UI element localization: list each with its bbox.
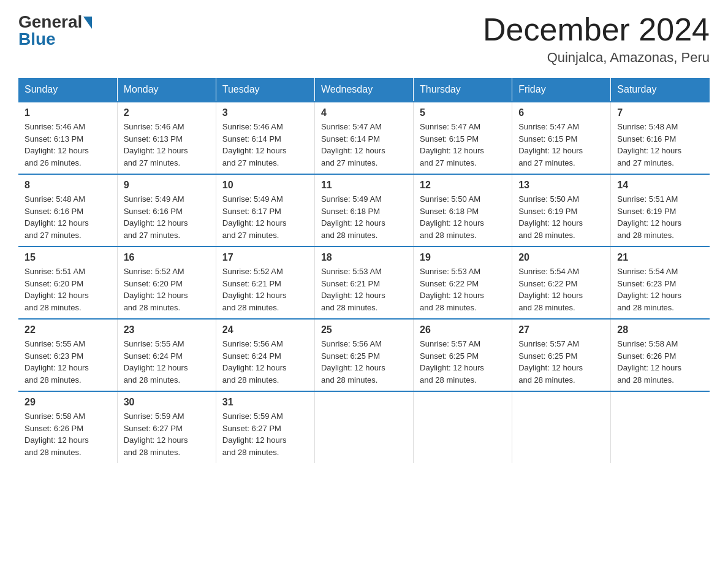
day-cell: 11 Sunrise: 5:49 AM Sunset: 6:18 PM Dayl… [314,174,413,247]
day-info: Sunrise: 5:52 AM Sunset: 6:21 PM Dayligh… [222,266,308,313]
day-info: Sunrise: 5:47 AM Sunset: 6:15 PM Dayligh… [420,121,506,169]
day-info: Sunrise: 5:50 AM Sunset: 6:19 PM Dayligh… [518,193,604,241]
day-info: Sunrise: 5:53 AM Sunset: 6:21 PM Dayligh… [321,266,407,313]
day-cell: 14 Sunrise: 5:51 AM Sunset: 6:19 PM Dayl… [611,174,710,247]
day-number: 9 [124,180,210,191]
header-thursday: Thursday [414,78,512,102]
day-info: Sunrise: 5:49 AM Sunset: 6:16 PM Dayligh… [124,193,210,241]
day-info: Sunrise: 5:49 AM Sunset: 6:17 PM Dayligh… [222,193,308,241]
day-cell: 4 Sunrise: 5:47 AM Sunset: 6:14 PM Dayli… [314,102,413,174]
day-info: Sunrise: 5:50 AM Sunset: 6:18 PM Dayligh… [420,193,506,241]
day-number: 10 [222,180,308,191]
logo: General Blue [18,12,92,49]
day-cell: 7 Sunrise: 5:48 AM Sunset: 6:16 PM Dayli… [611,102,710,174]
day-cell: 20 Sunrise: 5:54 AM Sunset: 6:22 PM Dayl… [512,247,611,319]
page-header: General Blue December 2024 Quinjalca, Am… [18,12,710,66]
day-number: 12 [420,180,506,191]
day-cell: 29 Sunrise: 5:58 AM Sunset: 6:26 PM Dayl… [18,391,117,463]
header-wednesday: Wednesday [314,78,413,102]
day-number: 27 [518,324,604,335]
day-number: 19 [420,252,506,263]
day-number: 18 [321,252,407,263]
week-row-5: 29 Sunrise: 5:58 AM Sunset: 6:26 PM Dayl… [18,391,710,463]
day-cell: 30 Sunrise: 5:59 AM Sunset: 6:27 PM Dayl… [117,391,216,463]
day-info: Sunrise: 5:48 AM Sunset: 6:16 PM Dayligh… [617,121,703,169]
day-number: 7 [617,107,703,118]
day-number: 25 [321,324,407,335]
day-number: 23 [124,324,210,335]
day-number: 17 [222,252,308,263]
day-info: Sunrise: 5:47 AM Sunset: 6:15 PM Dayligh… [518,121,604,169]
day-cell [611,391,710,463]
week-row-4: 22 Sunrise: 5:55 AM Sunset: 6:23 PM Dayl… [18,319,710,391]
day-cell: 24 Sunrise: 5:56 AM Sunset: 6:24 PM Dayl… [216,319,314,391]
day-info: Sunrise: 5:59 AM Sunset: 6:27 PM Dayligh… [124,410,210,458]
header-friday: Friday [512,78,611,102]
day-number: 22 [25,324,111,335]
day-cell: 1 Sunrise: 5:46 AM Sunset: 6:13 PM Dayli… [18,102,117,174]
header-sunday: Sunday [18,78,117,102]
day-cell: 3 Sunrise: 5:46 AM Sunset: 6:14 PM Dayli… [216,102,314,174]
day-number: 4 [321,107,407,118]
day-cell: 15 Sunrise: 5:51 AM Sunset: 6:20 PM Dayl… [18,247,117,319]
day-info: Sunrise: 5:52 AM Sunset: 6:20 PM Dayligh… [124,266,210,313]
day-cell: 12 Sunrise: 5:50 AM Sunset: 6:18 PM Dayl… [414,174,512,247]
day-cell: 31 Sunrise: 5:59 AM Sunset: 6:27 PM Dayl… [216,391,314,463]
header-monday: Monday [117,78,216,102]
day-number: 5 [420,107,506,118]
day-info: Sunrise: 5:46 AM Sunset: 6:13 PM Dayligh… [124,121,210,169]
day-cell: 10 Sunrise: 5:49 AM Sunset: 6:17 PM Dayl… [216,174,314,247]
day-cell: 5 Sunrise: 5:47 AM Sunset: 6:15 PM Dayli… [414,102,512,174]
day-cell: 16 Sunrise: 5:52 AM Sunset: 6:20 PM Dayl… [117,247,216,319]
day-cell: 18 Sunrise: 5:53 AM Sunset: 6:21 PM Dayl… [314,247,413,319]
day-info: Sunrise: 5:58 AM Sunset: 6:26 PM Dayligh… [617,338,703,386]
day-cell: 27 Sunrise: 5:57 AM Sunset: 6:25 PM Dayl… [512,319,611,391]
day-info: Sunrise: 5:57 AM Sunset: 6:25 PM Dayligh… [420,338,506,386]
day-info: Sunrise: 5:54 AM Sunset: 6:22 PM Dayligh… [518,266,604,313]
title-section: December 2024 Quinjalca, Amazonas, Peru [483,12,710,66]
week-row-2: 8 Sunrise: 5:48 AM Sunset: 6:16 PM Dayli… [18,174,710,247]
day-number: 16 [124,252,210,263]
day-info: Sunrise: 5:51 AM Sunset: 6:20 PM Dayligh… [25,266,111,313]
logo-blue: Blue [18,29,56,48]
day-number: 28 [617,324,703,335]
day-info: Sunrise: 5:56 AM Sunset: 6:25 PM Dayligh… [321,338,407,386]
day-number: 26 [420,324,506,335]
day-info: Sunrise: 5:46 AM Sunset: 6:13 PM Dayligh… [25,121,111,169]
day-cell: 9 Sunrise: 5:49 AM Sunset: 6:16 PM Dayli… [117,174,216,247]
day-number: 29 [25,397,111,408]
day-info: Sunrise: 5:53 AM Sunset: 6:22 PM Dayligh… [420,266,506,313]
day-cell: 17 Sunrise: 5:52 AM Sunset: 6:21 PM Dayl… [216,247,314,319]
day-number: 20 [518,252,604,263]
day-info: Sunrise: 5:46 AM Sunset: 6:14 PM Dayligh… [222,121,308,169]
day-number: 3 [222,107,308,118]
day-number: 24 [222,324,308,335]
day-number: 30 [124,397,210,408]
month-title: December 2024 [483,12,710,47]
day-info: Sunrise: 5:54 AM Sunset: 6:23 PM Dayligh… [617,266,703,313]
day-cell: 21 Sunrise: 5:54 AM Sunset: 6:23 PM Dayl… [611,247,710,319]
day-info: Sunrise: 5:51 AM Sunset: 6:19 PM Dayligh… [617,193,703,241]
day-number: 13 [518,180,604,191]
day-cell: 19 Sunrise: 5:53 AM Sunset: 6:22 PM Dayl… [414,247,512,319]
logo-arrow-icon [83,17,92,29]
day-cell: 23 Sunrise: 5:55 AM Sunset: 6:24 PM Dayl… [117,319,216,391]
day-number: 31 [222,397,308,408]
day-cell: 28 Sunrise: 5:58 AM Sunset: 6:26 PM Dayl… [611,319,710,391]
day-number: 14 [617,180,703,191]
day-cell: 13 Sunrise: 5:50 AM Sunset: 6:19 PM Dayl… [512,174,611,247]
week-row-3: 15 Sunrise: 5:51 AM Sunset: 6:20 PM Dayl… [18,247,710,319]
day-number: 15 [25,252,111,263]
day-cell [414,391,512,463]
day-cell [512,391,611,463]
day-info: Sunrise: 5:58 AM Sunset: 6:26 PM Dayligh… [25,410,111,458]
day-number: 11 [321,180,407,191]
header-saturday: Saturday [611,78,710,102]
day-number: 2 [124,107,210,118]
day-info: Sunrise: 5:47 AM Sunset: 6:14 PM Dayligh… [321,121,407,169]
day-info: Sunrise: 5:55 AM Sunset: 6:24 PM Dayligh… [124,338,210,386]
day-cell: 8 Sunrise: 5:48 AM Sunset: 6:16 PM Dayli… [18,174,117,247]
calendar-table: SundayMondayTuesdayWednesdayThursdayFrid… [18,78,710,463]
day-info: Sunrise: 5:48 AM Sunset: 6:16 PM Dayligh… [25,193,111,241]
day-info: Sunrise: 5:59 AM Sunset: 6:27 PM Dayligh… [222,410,308,458]
